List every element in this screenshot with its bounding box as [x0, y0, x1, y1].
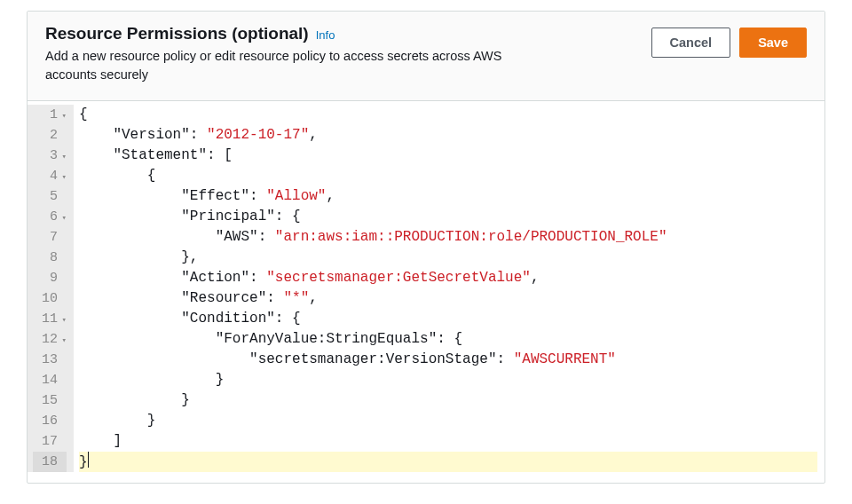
- fold-arrow-spacer: [59, 351, 67, 372]
- code-line[interactable]: {: [79, 166, 817, 186]
- code-line[interactable]: "Resource": "*",: [79, 288, 817, 309]
- fold-arrow-spacer: [59, 413, 67, 433]
- fold-arrow-icon[interactable]: ▾: [59, 168, 67, 188]
- line-number: 17: [33, 431, 67, 452]
- json-punct: [79, 147, 113, 163]
- code-line[interactable]: "Effect": "Allow",: [79, 186, 817, 207]
- panel-subtitle: Add a new resource policy or edit resour…: [45, 47, 542, 84]
- json-punct: : {: [275, 311, 301, 327]
- line-number: 1▾: [33, 105, 67, 125]
- json-key: "Action": [181, 270, 249, 286]
- text-cursor: [88, 452, 89, 468]
- json-punct: ,: [326, 188, 335, 204]
- line-number: 10: [33, 288, 67, 309]
- json-punct: [79, 270, 181, 286]
- json-key: "ForAnyValue:StringEquals": [216, 331, 438, 347]
- json-punct: : {: [437, 331, 462, 347]
- json-punct: [79, 188, 181, 204]
- fold-arrow-icon[interactable]: ▾: [59, 147, 67, 168]
- line-number: 13: [33, 350, 67, 370]
- fold-arrow-spacer: [59, 290, 67, 311]
- json-string: "*": [283, 290, 309, 306]
- json-string: "secretsmanager:GetSecretValue": [266, 270, 531, 286]
- json-key: "Principal": [181, 209, 275, 224]
- code-textarea[interactable]: { "Version": "2012-10-17", "Statement": …: [74, 105, 824, 472]
- line-number-gutter: 1▾2 3▾4▾5 6▾7 8 9 10 11▾12▾13 14 15 16 1…: [28, 105, 74, 472]
- line-number: 6▾: [33, 207, 67, 227]
- json-punct: ,: [309, 290, 318, 306]
- code-line[interactable]: "Action": "secretsmanager:GetSecretValue…: [79, 268, 817, 288]
- json-punct: :: [258, 229, 275, 245]
- json-punct: }: [216, 372, 225, 388]
- panel-header: Resource Permissions (optional) Info Add…: [28, 12, 824, 101]
- json-punct: : [: [207, 147, 233, 163]
- code-line[interactable]: }: [79, 452, 817, 472]
- json-punct: [79, 127, 113, 143]
- fold-arrow-icon[interactable]: ▾: [59, 311, 67, 331]
- json-punct: }: [147, 413, 156, 429]
- code-line[interactable]: "Version": "2012-10-17",: [79, 125, 817, 146]
- fold-arrow-spacer: [59, 392, 67, 413]
- fold-arrow-spacer: [59, 453, 67, 474]
- fold-arrow-spacer: [59, 229, 67, 249]
- json-string: "Allow": [266, 188, 326, 204]
- json-punct: [79, 249, 181, 265]
- json-punct: ,: [309, 127, 318, 143]
- code-line[interactable]: "secretsmanager:VersionStage": "AWSCURRE…: [79, 350, 817, 370]
- code-line[interactable]: "Principal": {: [79, 207, 817, 227]
- fold-arrow-icon[interactable]: ▾: [59, 209, 67, 229]
- code-line[interactable]: }: [79, 390, 817, 411]
- json-punct: [79, 413, 147, 429]
- json-punct: [79, 311, 181, 327]
- json-key: "Statement": [113, 147, 207, 163]
- json-punct: [79, 209, 181, 224]
- line-number: 14: [33, 370, 67, 390]
- line-number: 4▾: [33, 166, 67, 186]
- json-key: "Effect": [181, 188, 249, 204]
- json-punct: },: [181, 249, 198, 265]
- code-line[interactable]: }: [79, 370, 817, 390]
- json-key: "Version": [113, 127, 189, 143]
- json-key: "secretsmanager:VersionStage": [249, 351, 496, 367]
- line-number: 16: [33, 411, 67, 431]
- line-number: 7: [33, 227, 67, 248]
- json-string: "2012-10-17": [207, 127, 309, 143]
- json-key: "Resource": [181, 290, 266, 306]
- info-link[interactable]: Info: [316, 28, 335, 42]
- policy-editor[interactable]: 1▾2 3▾4▾5 6▾7 8 9 10 11▾12▾13 14 15 16 1…: [28, 101, 824, 483]
- code-line[interactable]: "Statement": [: [79, 146, 817, 166]
- json-punct: [79, 290, 181, 306]
- code-line[interactable]: "AWS": "arn:aws:iam::PRODUCTION:role/PRO…: [79, 227, 817, 248]
- line-number: 5: [33, 186, 67, 207]
- json-punct: {: [147, 168, 156, 184]
- fold-arrow-spacer: [59, 249, 67, 270]
- json-string: "AWSCURRENT": [514, 351, 616, 367]
- json-string: "arn:aws:iam::PRODUCTION:role/PRODUCTION…: [275, 229, 667, 245]
- json-punct: [79, 351, 249, 367]
- json-punct: : {: [275, 209, 301, 224]
- code-line[interactable]: ]: [79, 431, 817, 452]
- json-punct: }: [181, 392, 190, 408]
- code-line[interactable]: "Condition": {: [79, 309, 817, 329]
- line-number: 11▾: [33, 309, 67, 329]
- fold-arrow-icon[interactable]: ▾: [59, 106, 67, 127]
- code-line[interactable]: "ForAnyValue:StringEquals": {: [79, 329, 817, 350]
- json-punct: ,: [531, 270, 540, 286]
- code-line[interactable]: }: [79, 411, 817, 431]
- fold-arrow-icon[interactable]: ▾: [59, 331, 67, 351]
- panel-title: Resource Permissions (optional): [45, 24, 309, 43]
- json-punct: :: [496, 351, 513, 367]
- cancel-button[interactable]: Cancel: [651, 28, 731, 58]
- json-punct: ]: [113, 433, 122, 449]
- json-punct: [79, 229, 216, 245]
- code-line[interactable]: {: [79, 105, 817, 125]
- json-punct: [79, 372, 216, 388]
- line-number: 9: [33, 268, 67, 288]
- line-number: 18: [33, 452, 67, 472]
- code-line[interactable]: },: [79, 248, 817, 268]
- save-button[interactable]: Save: [739, 28, 807, 58]
- line-number: 15: [33, 390, 67, 411]
- json-punct: :: [190, 127, 207, 143]
- json-punct: [79, 331, 216, 347]
- fold-arrow-spacer: [59, 372, 67, 392]
